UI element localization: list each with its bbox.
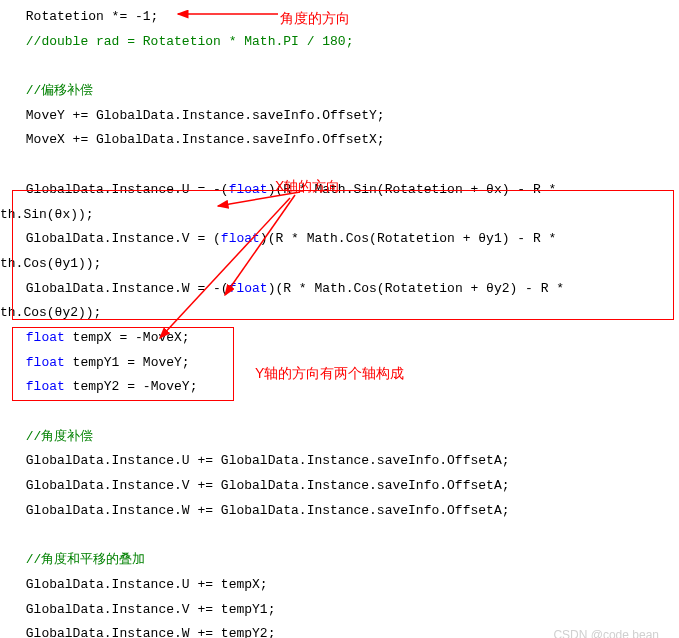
code-line: GlobalData.Instance.V += GlobalData.Inst… (18, 474, 679, 499)
code-line (18, 153, 679, 178)
code-line: th.Sin(θx)); (0, 203, 679, 228)
code-line: GlobalData.Instance.U = -(float)(R * Mat… (18, 178, 679, 203)
code-line: float tempX = -MoveX; (18, 326, 679, 351)
code-line: GlobalData.Instance.W = -(float)(R * Mat… (18, 277, 679, 302)
code-line: float tempY2 = -MoveY; (18, 375, 679, 400)
code-line: float tempY1 = MoveY; (18, 351, 679, 376)
code-line: GlobalData.Instance.V = (float)(R * Math… (18, 227, 679, 252)
code-line: //角度补偿 (18, 425, 679, 450)
code-line (18, 523, 679, 548)
watermark: CSDN @code bean (553, 624, 659, 638)
code-line: MoveY += GlobalData.Instance.saveInfo.Of… (18, 104, 679, 129)
code-line (18, 400, 679, 425)
code-line: //double rad = Rotatetion * Math.PI / 18… (18, 30, 679, 55)
code-line: GlobalData.Instance.U += tempX; (18, 573, 679, 598)
code-line: //角度和平移的叠加 (18, 548, 679, 573)
code-line: MoveX += GlobalData.Instance.saveInfo.Of… (18, 128, 679, 153)
code-line: th.Cos(θy2)); (0, 301, 679, 326)
code-line (18, 54, 679, 79)
code-line: th.Cos(θy1)); (0, 252, 679, 277)
code-line: Rotatetion *= -1; (18, 5, 679, 30)
code-line: GlobalData.Instance.U += GlobalData.Inst… (18, 449, 679, 474)
code-line: GlobalData.Instance.W += GlobalData.Inst… (18, 499, 679, 524)
code-block: Rotatetion *= -1; //double rad = Rotatet… (0, 0, 679, 638)
code-line: //偏移补偿 (18, 79, 679, 104)
code-line: GlobalData.Instance.V += tempY1; (18, 598, 679, 623)
